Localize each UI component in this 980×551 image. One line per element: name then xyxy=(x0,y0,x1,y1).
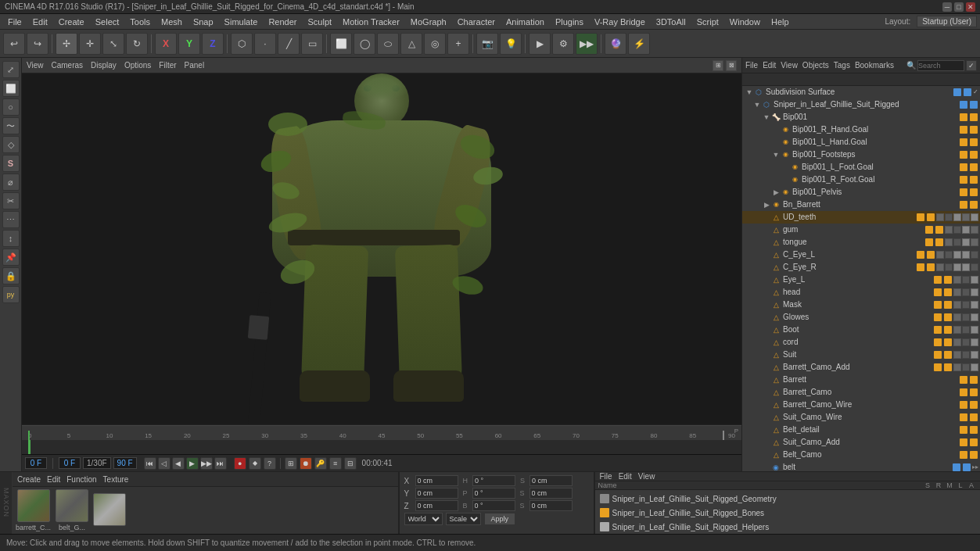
expand-icon[interactable]: ▼ xyxy=(753,101,761,109)
torus-btn[interactable]: ◎ xyxy=(424,33,446,55)
close-btn[interactable]: ✕ xyxy=(966,2,975,12)
menu-file[interactable]: File xyxy=(3,16,27,28)
om-row-bip001-l-hand[interactable]: ◉ Bip001_L_Hand.Goal xyxy=(742,136,980,148)
vp-menu-cameras[interactable]: Cameras xyxy=(52,61,84,70)
timeline-track[interactable] xyxy=(22,440,741,454)
move-tool-btn[interactable]: ✛ xyxy=(79,33,101,55)
color-dot2[interactable] xyxy=(970,188,978,196)
magnet-btn[interactable]: 🔮 xyxy=(605,33,626,55)
color-dot2[interactable] xyxy=(970,201,978,209)
cylinder-btn[interactable]: ⬭ xyxy=(377,33,399,55)
menu-select[interactable]: Select xyxy=(91,16,124,28)
maximize-btn[interactable]: □ xyxy=(954,2,964,12)
om-row-suit-camo-wire[interactable]: △ Suit_Camo_Wire xyxy=(742,411,980,424)
vp-menu-view[interactable]: View xyxy=(27,61,44,70)
color-dot2[interactable] xyxy=(970,138,978,146)
axis-y-btn[interactable]: Y xyxy=(178,33,200,55)
color-dot2[interactable] xyxy=(970,126,978,134)
tag-cell[interactable] xyxy=(953,213,961,221)
om-row-boot[interactable]: △ Boot xyxy=(742,324,980,336)
color-dot-blue2[interactable] xyxy=(964,88,971,96)
keyframe-btn[interactable]: ◆ xyxy=(249,457,261,470)
object-mode-btn[interactable]: ⬡ xyxy=(231,33,253,55)
coord-y-pos[interactable] xyxy=(415,488,458,499)
tool-sculpt[interactable]: ⌀ xyxy=(2,174,20,191)
menu-motion-tracker[interactable]: Motion Tracker xyxy=(338,16,404,28)
tag-cell[interactable] xyxy=(953,226,961,234)
apply-button[interactable]: Apply xyxy=(484,513,516,525)
tag-cell[interactable] xyxy=(945,226,953,234)
vp-menu-filter[interactable]: Filter xyxy=(159,61,176,70)
color-dot[interactable] xyxy=(960,163,967,171)
menu-vray[interactable]: V-Ray Bridge xyxy=(590,16,650,28)
menu-simulate[interactable]: Simulate xyxy=(220,16,263,28)
tag-cell[interactable] xyxy=(945,213,953,221)
tool-s[interactable]: S xyxy=(2,155,20,172)
menu-sculpt[interactable]: Sculpt xyxy=(303,16,336,28)
om-row-gum[interactable]: △ gum xyxy=(742,224,980,236)
tag-cell[interactable] xyxy=(936,213,944,221)
om-row-r-foot[interactable]: ◉ Bip001_R_Foot.Goal xyxy=(742,174,980,186)
axis-z-btn[interactable]: Z xyxy=(202,33,224,55)
menu-3dtoall[interactable]: 3DToAll xyxy=(652,16,691,28)
om-row-c-eye-r[interactable]: △ C_Eye_R xyxy=(742,261,980,274)
viewport-content[interactable] xyxy=(22,73,741,424)
tool-select-circle[interactable]: ○ xyxy=(2,98,20,116)
layer-indicator[interactable]: ✓ xyxy=(973,88,978,96)
expand-icon[interactable]: ▶ xyxy=(772,188,780,196)
om-row-belt-camo[interactable]: △ Belt_Camo xyxy=(742,449,980,461)
om-menu-tags[interactable]: Tags xyxy=(834,61,850,70)
tag-cell[interactable] xyxy=(962,226,970,234)
om-search-input[interactable] xyxy=(917,60,964,71)
color-dot2[interactable] xyxy=(970,163,978,171)
play-back-btn[interactable]: ◀ xyxy=(172,457,185,470)
om-menu-bookmarks[interactable]: Bookmarks xyxy=(855,61,894,70)
timeline-ruler[interactable]: 0 5 10 15 20 25 30 35 40 45 50 55 xyxy=(22,425,741,440)
coord-b-rot[interactable] xyxy=(472,500,515,511)
light-btn[interactable]: 💡 xyxy=(500,33,522,55)
render-settings-btn[interactable]: ⚙ xyxy=(552,33,574,55)
om-row-l-foot[interactable]: ◉ Bip001_L_Foot.Goal xyxy=(742,161,980,174)
color-dot2[interactable] xyxy=(970,151,978,159)
attr-row-geometry[interactable]: Sniper_in_Leaf_Ghillie_Suit_Rigged_Geome… xyxy=(597,492,979,506)
camera-btn[interactable]: 📷 xyxy=(476,33,498,55)
om-row-suit[interactable]: △ Suit xyxy=(742,349,980,361)
om-row-bip001-footsteps[interactable]: ▼ ◉ Bip001_Footsteps xyxy=(742,148,980,161)
menu-render[interactable]: Render xyxy=(264,16,301,28)
redo-btn[interactable]: ↪ xyxy=(27,33,48,55)
vp-layout-btn2[interactable]: ⊠ xyxy=(726,60,737,71)
coord-x-pos[interactable] xyxy=(415,475,458,486)
tag-cell[interactable] xyxy=(971,226,978,234)
om-row-cord[interactable]: △ cord xyxy=(742,336,980,349)
tool-select-lasso[interactable]: 〜 xyxy=(2,117,20,134)
attr-row-bones[interactable]: Sniper_in_Leaf_Ghillie_Suit_Rigged_Bones xyxy=(597,506,979,520)
axis-x-btn[interactable]: X xyxy=(155,33,177,55)
frame-start-input[interactable]: 0 F xyxy=(59,457,81,469)
tool-python[interactable]: py xyxy=(2,286,20,303)
undo-btn[interactable]: ↩ xyxy=(3,33,25,55)
attr-menu-view[interactable]: View xyxy=(638,472,655,481)
tool-poly[interactable]: ◇ xyxy=(2,136,20,153)
om-row-belt-detail[interactable]: △ Belt_detail xyxy=(742,424,980,436)
om-row-bip001-r-hand[interactable]: ◉ Bip001_R_Hand.Goal xyxy=(742,123,980,136)
om-row-eye-l[interactable]: △ Eye_L xyxy=(742,274,980,286)
om-row-mask[interactable]: △ Mask xyxy=(742,299,980,311)
om-row-pelvis[interactable]: ▶ ◉ Bip001_Pelvis xyxy=(742,186,980,199)
vp-menu-panel[interactable]: Panel xyxy=(185,61,205,70)
mat-menu-function[interactable]: Function xyxy=(66,475,96,484)
om-menu-objects[interactable]: Objects xyxy=(802,61,829,70)
color-dot[interactable] xyxy=(960,101,967,109)
color-dot-orange2[interactable] xyxy=(970,113,978,121)
color-dot2[interactable] xyxy=(970,101,978,109)
menu-snap[interactable]: Snap xyxy=(188,16,218,28)
om-row-barrett[interactable]: △ Barrett xyxy=(742,374,980,386)
render-full-btn[interactable]: ▶▶ xyxy=(576,33,598,55)
om-menu-file[interactable]: File xyxy=(745,61,758,70)
om-menu-edit[interactable]: Edit xyxy=(763,61,776,70)
om-row-c-eye-l[interactable]: △ C_Eye_L xyxy=(742,249,980,261)
mat-item-2[interactable]: belt_G... xyxy=(56,489,88,531)
color-dot[interactable] xyxy=(960,138,967,146)
om-row-bip001[interactable]: ▼ 🦴 Bip001 xyxy=(742,111,980,123)
om-row-barrett-camo[interactable]: △ Barrett_Camo xyxy=(742,386,980,399)
attr-row-helpers[interactable]: Sniper_in_Leaf_Ghillie_Suit_Rigged_Helpe… xyxy=(597,520,979,534)
